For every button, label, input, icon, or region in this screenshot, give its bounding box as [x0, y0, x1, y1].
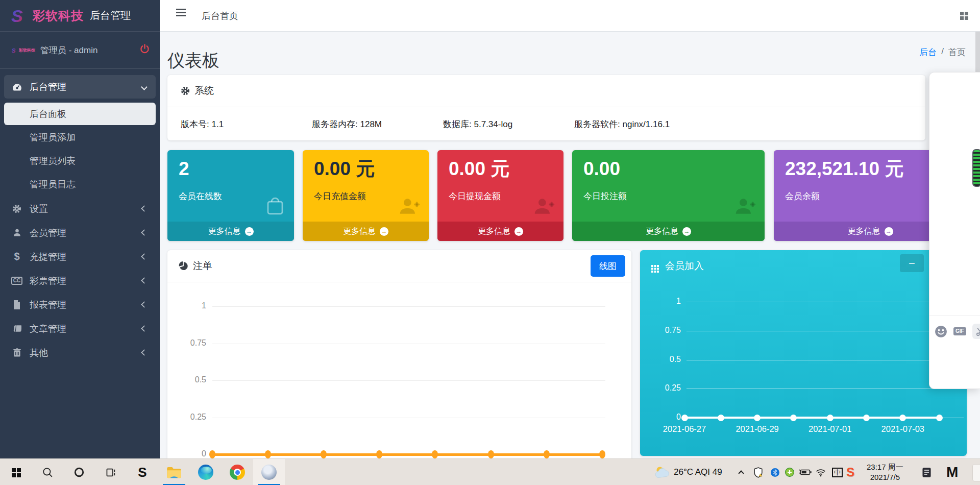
chevron-left-icon: [141, 205, 148, 212]
sidebar-item-admin-add[interactable]: 管理员添加: [4, 126, 156, 149]
x-tick-label: 2021-06-27: [646, 424, 723, 434]
sidebar-item-settings[interactable]: 设置: [4, 197, 156, 221]
security-tray-icon[interactable]: [753, 459, 763, 485]
sidebar-item-lottery[interactable]: CC 彩票管理: [4, 269, 156, 293]
ime-indicator[interactable]: 中: [832, 459, 843, 485]
brand-module: 后台管理: [90, 9, 131, 22]
taskbar-clock[interactable]: 23:17 周一 2021/7/5: [867, 459, 903, 485]
stat-value: 0.00 元: [437, 150, 564, 180]
breadcrumb-separator: /: [941, 46, 944, 58]
taskbar-search-button[interactable]: [32, 459, 63, 485]
sidebar-item-deposit-withdraw[interactable]: $ 充提管理: [4, 245, 156, 269]
sidebar-item-admin-list[interactable]: 管理员列表: [4, 150, 156, 172]
emoji-icon[interactable]: [935, 325, 947, 338]
start-button[interactable]: [0, 459, 32, 485]
brand-company: 彩软科技: [33, 8, 84, 24]
cortana-circle-icon: [74, 467, 85, 478]
sogou-s-icon: S: [846, 465, 854, 479]
shield-icon: [753, 467, 763, 478]
wifi-icon: [816, 468, 826, 477]
chevron-down-icon: [141, 84, 148, 90]
optimizer-tray-icon[interactable]: [785, 459, 794, 485]
brand[interactable]: S 彩软科技 后台管理: [0, 0, 160, 32]
stat-card-today-withdraw: 0.00 元 今日提现金额 更多信息→: [437, 150, 564, 241]
more-info-link[interactable]: 更多信息→: [167, 222, 294, 241]
chart-dot: [544, 450, 550, 458]
more-info-link[interactable]: 更多信息→: [437, 222, 564, 241]
breadcrumb-parent-link[interactable]: 后台: [919, 46, 937, 58]
main-content: 仪表板 后台 / 首页 系统 版本号: 1.1 服务器内存: 128M 数据库:…: [160, 31, 980, 458]
chart-dot: [827, 415, 834, 421]
system-card-body: 版本号: 1.1 服务器内存: 128M 数据库: 5.7.34-log 服务器…: [167, 107, 925, 141]
folder-icon: [166, 466, 182, 479]
network-tray-icon[interactable]: [816, 459, 826, 485]
edge-button[interactable]: [190, 459, 222, 485]
mini-brand-logo: S 彩软科技: [11, 47, 35, 54]
file-explorer-button[interactable]: [158, 459, 190, 485]
line-chart-toggle-button[interactable]: 线图: [591, 255, 625, 277]
more-info-link[interactable]: 更多信息→: [572, 222, 765, 241]
stat-value: 0.00 元: [303, 150, 429, 180]
sidebar-item-label: 其他: [30, 347, 48, 359]
sidebar-item-other[interactable]: 其他: [4, 341, 156, 365]
sidebar-item-label: 充提管理: [30, 251, 66, 263]
sidebar-item-backend-panel[interactable]: 后台面板: [4, 103, 156, 125]
notification-icon: [921, 467, 933, 478]
cortana-button[interactable]: [63, 459, 95, 485]
edge-icon: [198, 465, 213, 480]
gif-icon[interactable]: GIF: [953, 327, 966, 335]
y-tick-label: 0.75: [650, 326, 681, 335]
bluetooth-tray-icon[interactable]: [771, 459, 779, 485]
battery-tray-icon[interactable]: [798, 459, 812, 485]
mail-app-tray-icon[interactable]: M: [946, 459, 958, 485]
active-window-button[interactable]: [253, 459, 285, 485]
sidebar-item-members[interactable]: 会员管理: [4, 221, 156, 245]
sidebar-item-label: 会员管理: [30, 227, 66, 239]
caicloud-app-button[interactable]: S: [127, 459, 158, 485]
y-tick-label: 1: [650, 297, 681, 306]
member-join-title: 会员加入: [665, 259, 704, 273]
stat-value: 2: [167, 150, 294, 180]
y-tick-label: 0: [176, 449, 206, 458]
user-icon: [4, 228, 30, 237]
grid-line: [687, 331, 964, 331]
docked-chat-widget: GIF: [929, 72, 980, 389]
screenshot-scissors-icon[interactable]: [972, 324, 980, 339]
s-logo-icon: S: [138, 465, 146, 480]
grid-line: [687, 302, 964, 302]
member-join-panel: 会员加入 − 10.750.50.2502021-06-272021-06-29…: [640, 250, 967, 456]
grid-apps-icon[interactable]: [960, 12, 964, 15]
arrow-circle-right-icon: →: [514, 227, 523, 236]
task-view-button[interactable]: [95, 459, 127, 485]
tray-overflow-icon[interactable]: [972, 464, 980, 481]
chat-scrollbar-thumb[interactable]: [972, 149, 980, 187]
current-user-label: 管理员 - admin: [40, 44, 97, 56]
chevron-left-icon: [141, 253, 148, 260]
bet-orders-title: 注单: [193, 259, 212, 273]
collapse-panel-button[interactable]: −: [900, 254, 924, 272]
sogou-tray-icon[interactable]: S: [846, 459, 854, 485]
nav-home-link[interactable]: 后台首页: [202, 10, 238, 22]
book-icon: [4, 325, 30, 333]
tray-expand-button[interactable]: [739, 459, 743, 485]
chrome-button[interactable]: [222, 459, 253, 485]
gear-icon: [181, 86, 190, 95]
sidebar-item-backend-admin[interactable]: 后台管理: [4, 75, 156, 99]
chrome-icon: [230, 465, 245, 480]
gear-icon: [4, 204, 30, 213]
user-plus-icon: [398, 195, 421, 220]
stat-card-today-bets: 0.00 今日投注额 更多信息→: [572, 150, 765, 241]
pie-chart-icon: [179, 261, 188, 271]
sidebar-item-label: 设置: [30, 203, 48, 215]
more-info-link[interactable]: 更多信息→: [303, 222, 429, 241]
stat-card-members-online: 2 会员在线数 更多信息→: [167, 150, 294, 241]
weather-widget[interactable]: 26°C AQI 49: [653, 459, 722, 485]
sidebar-item-admin-log[interactable]: 管理员日志: [4, 173, 156, 196]
grid-line: [212, 344, 605, 344]
weather-icon: [653, 465, 671, 479]
chart-dot: [599, 450, 605, 458]
logout-power-button[interactable]: [140, 44, 150, 55]
m-logo-icon: M: [946, 464, 958, 480]
sidebar-item-reports[interactable]: 报表管理: [4, 293, 156, 317]
sidebar-item-articles[interactable]: 文章管理: [4, 317, 156, 341]
